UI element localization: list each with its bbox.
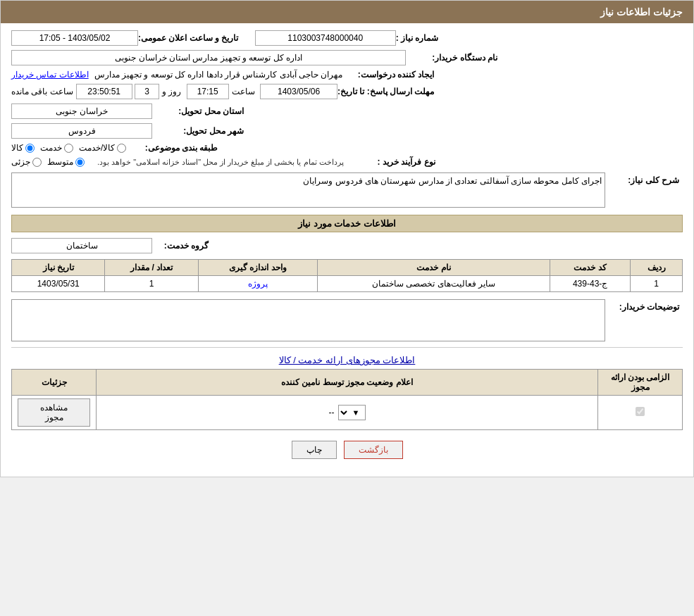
services-table: ردیف کد خدمت نام خدمت واحد اندازه گیری ت… xyxy=(11,259,683,292)
buyer-org-value: اداره کل توسعه و تجهیز مدارس استان خراسا… xyxy=(11,50,406,65)
col-header-qty: تعداد / مقدار xyxy=(105,260,198,276)
purchase-type-radio-group: پرداخت تمام یا بخشی از مبلغ خریدار از مح… xyxy=(11,157,344,167)
buyer-notes-textarea[interactable] xyxy=(11,299,605,341)
purchase-note: پرداخت تمام یا بخشی از مبلغ خریدار از مح… xyxy=(97,158,344,167)
col-header-name: نام خدمت xyxy=(318,260,550,276)
radio-motavaset-label[interactable]: متوسط xyxy=(47,157,85,167)
perm-details-cell: مشاهده مجوز xyxy=(12,396,97,430)
response-days-value: 3 xyxy=(135,84,159,99)
service-group-value: ساختمان xyxy=(11,238,152,253)
radio-jozei[interactable] xyxy=(32,158,42,167)
service-group-row: گروه خدمت: ساختمان xyxy=(11,238,683,253)
category-label: طبقه بندی موضوعی: xyxy=(126,143,218,153)
perm-status-value: -- xyxy=(329,408,335,417)
province-value: خراسان جنوبی xyxy=(11,103,152,119)
perm-col-required: الزامی بودن ارائه مجوز xyxy=(598,370,683,396)
radio-kala-label[interactable]: کالا xyxy=(11,143,35,153)
city-label: شهر محل تحویل: xyxy=(152,126,244,136)
buyer-notes-row: توضیحات خریدار: xyxy=(11,299,683,341)
response-time-label: ساعت xyxy=(232,87,255,96)
radio-khedmat[interactable] xyxy=(64,144,73,153)
requester-label: ایجاد کننده درخواست: xyxy=(342,70,434,80)
perm-status-cell: ▼ -- xyxy=(97,396,598,430)
purchase-type-label: نوع فرآیند خرید : xyxy=(344,157,435,167)
response-remaining-label: ساعت باقی مانده xyxy=(11,87,73,96)
buyer-org-label: نام دستگاه خریدار: xyxy=(406,53,497,63)
radio-khedmat-label[interactable]: خدمت xyxy=(40,143,73,153)
response-date-value: 1403/05/06 xyxy=(260,84,337,99)
need-number-row: شماره نیاز : 1103003748000040 تاریخ و سا… xyxy=(11,30,683,46)
main-content: شماره نیاز : 1103003748000040 تاریخ و سا… xyxy=(1,23,693,477)
radio-kala-khedmat[interactable] xyxy=(117,144,126,153)
buyer-org-row: نام دستگاه خریدار: اداره کل توسعه و تجهی… xyxy=(11,50,683,65)
col-header-date: تاریخ نیاز xyxy=(12,260,105,276)
back-button[interactable]: بازگشت xyxy=(344,441,403,459)
description-value: اجرای کامل محوطه سازی آسفالتی تعدادی از … xyxy=(11,172,605,208)
divider xyxy=(11,347,683,348)
buyer-notes-label: توضیحات خریدار: xyxy=(605,299,683,312)
col-header-unit: واحد اندازه گیری xyxy=(198,260,318,276)
radio-jozei-label[interactable]: جزئی xyxy=(11,157,42,167)
description-row: شرح کلی نیاز: اجرای کامل محوطه سازی آسفا… xyxy=(11,172,683,208)
col-header-rownum: ردیف xyxy=(631,260,683,276)
response-deadline-row: مهلت ارسال پاسخ: تا تاریخ: 1403/05/06 سا… xyxy=(11,84,683,99)
perm-required-cell xyxy=(598,396,683,430)
perm-required-checkbox[interactable] xyxy=(636,407,645,416)
response-deadline-label: مهلت ارسال پاسخ: تا تاریخ: xyxy=(337,87,434,96)
announcement-date-label: تاریخ و ساعت اعلان عمومی: xyxy=(138,33,238,43)
radio-motavaset[interactable] xyxy=(75,158,85,167)
permissions-section-title[interactable]: اطلاعات مجوزهای ارائه خدمت / کالا xyxy=(11,355,683,365)
city-value: فردوس xyxy=(11,123,152,139)
contact-info-link[interactable]: اطلاعات تماس خریدار xyxy=(11,70,89,80)
city-row: شهر محل تحویل: فردوس xyxy=(11,123,683,139)
cell-date: 1403/05/31 xyxy=(12,276,105,292)
service-group-label: گروه خدمت: xyxy=(152,241,209,251)
requester-name: مهران حاجی آبادی کارشناس قرار دادها ادار… xyxy=(94,70,343,80)
table-row: 1 ج-43-439 سایر فعالیت‌های تخصصی ساختمان… xyxy=(12,276,683,292)
radio-kala[interactable] xyxy=(25,144,35,153)
announcement-date-value: 1403/05/02 - 17:05 xyxy=(11,30,138,46)
cell-unit[interactable]: پروژه xyxy=(198,276,318,292)
col-header-code: کد خدمت xyxy=(550,260,631,276)
category-row: طبقه بندی موضوعی: کالا/خدمت خدمت کالا xyxy=(11,143,683,153)
cell-qty: 1 xyxy=(105,276,198,292)
province-label: استان محل تحویل: xyxy=(152,106,244,116)
perm-col-details: جزئیات xyxy=(12,370,97,396)
header-title: جزئیات اطلاعات نیاز xyxy=(600,6,683,18)
perm-col-status: اعلام وضعیت مجوز توسط نامین کننده xyxy=(97,370,598,396)
response-days-label: روز و xyxy=(162,87,181,96)
permissions-table: الزامی بودن ارائه مجوز اعلام وضعیت مجوز … xyxy=(11,369,683,430)
cell-name: سایر فعالیت‌های تخصصی ساختمان xyxy=(318,276,550,292)
need-number-value: 1103003748000040 xyxy=(255,30,396,46)
page-wrapper: جزئیات اطلاعات نیاز شماره نیاز : 1103003… xyxy=(0,0,694,477)
description-label: شرح کلی نیاز: xyxy=(605,172,683,185)
need-number-label: شماره نیاز : xyxy=(396,33,439,43)
province-row: استان محل تحویل: خراسان جنوبی xyxy=(11,103,683,119)
radio-kala-khedmat-label[interactable]: کالا/خدمت xyxy=(79,143,126,153)
bottom-buttons: بازگشت چاپ xyxy=(11,441,683,459)
perm-table-row: ▼ -- مشاهده مجوز xyxy=(12,396,683,430)
cell-code: ج-43-439 xyxy=(550,276,631,292)
response-remaining-value: 23:50:51 xyxy=(76,84,132,99)
perm-status-select[interactable]: ▼ xyxy=(338,405,366,420)
services-section-title: اطلاعات خدمات مورد نیاز xyxy=(11,215,683,232)
view-permit-button[interactable]: مشاهده مجوز xyxy=(18,398,90,427)
purchase-type-row: نوع فرآیند خرید : پرداخت تمام یا بخشی از… xyxy=(11,157,683,167)
print-button[interactable]: چاپ xyxy=(292,441,337,459)
cell-rownum: 1 xyxy=(631,276,683,292)
requester-row: ایجاد کننده درخواست: مهران حاجی آبادی کا… xyxy=(11,70,683,80)
response-time-value: 17:15 xyxy=(187,84,229,99)
category-radio-group: کالا/خدمت خدمت کالا xyxy=(11,143,126,153)
page-header: جزئیات اطلاعات نیاز xyxy=(1,1,693,23)
